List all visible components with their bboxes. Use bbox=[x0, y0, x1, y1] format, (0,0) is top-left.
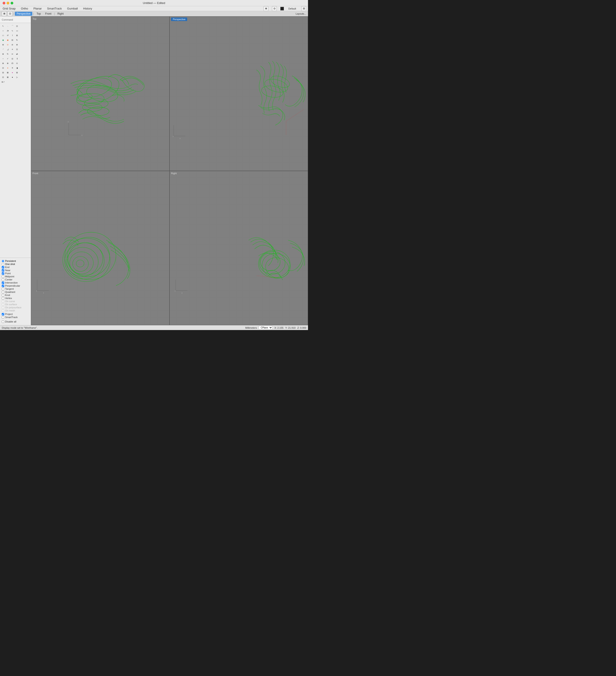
menu-smarttrack[interactable]: SmartTrack bbox=[46, 6, 63, 11]
snap-disable-all[interactable]: Disable all bbox=[2, 320, 29, 323]
zoom-in-button[interactable]: ⊕ bbox=[263, 6, 268, 11]
snap-midpoint-checkbox[interactable] bbox=[2, 275, 4, 278]
snap-end[interactable]: End bbox=[2, 266, 29, 269]
render-tool[interactable]: ⊙ bbox=[15, 61, 19, 65]
persistent-radio[interactable]: Persistent bbox=[2, 260, 29, 262]
curve-tool[interactable]: ⌒ bbox=[10, 24, 15, 28]
revolve-tool[interactable]: ↻ bbox=[15, 38, 19, 42]
snap-center[interactable]: Center bbox=[2, 278, 29, 281]
zoom-out-button[interactable]: ⊙ bbox=[272, 6, 277, 11]
snap-near-checkbox[interactable] bbox=[2, 269, 4, 272]
menu-ortho[interactable]: Ortho bbox=[20, 6, 29, 11]
color-wheel-tool[interactable]: ● bbox=[10, 70, 15, 75]
cplane-selector[interactable]: CPlane bbox=[259, 326, 272, 330]
snap-on-polysurface-checkbox[interactable] bbox=[2, 306, 4, 309]
rect-tool[interactable]: ▭ bbox=[15, 29, 19, 33]
magnify-tool[interactable]: ◎ bbox=[10, 56, 15, 61]
snap-tool[interactable]: ⊡ bbox=[1, 75, 5, 79]
rotate-tool[interactable]: ↻ bbox=[6, 52, 10, 56]
point-tool[interactable]: · bbox=[6, 24, 10, 28]
snap-vertex-checkbox[interactable] bbox=[2, 297, 4, 299]
snap-center-checkbox[interactable] bbox=[2, 278, 4, 281]
mirror-tool[interactable]: ⇄ bbox=[15, 52, 19, 56]
command-input[interactable]: Command bbox=[0, 16, 31, 23]
panel-toggle-button[interactable]: ⊟ bbox=[301, 6, 306, 11]
scale-tool[interactable]: ⇔ bbox=[10, 52, 15, 56]
snap-knot[interactable]: Knot bbox=[2, 294, 29, 296]
snap-quadrant-checkbox[interactable] bbox=[2, 291, 4, 293]
snap-tangent[interactable]: Tangent bbox=[2, 287, 29, 290]
menu-gumball[interactable]: Gumball bbox=[66, 6, 78, 11]
oneshot-radio[interactable]: One shot bbox=[2, 263, 29, 265]
tab-perspective[interactable]: Perspective bbox=[15, 12, 32, 16]
snap-on-polysurface[interactable]: On polysurface bbox=[2, 306, 29, 309]
tab-front[interactable]: Front bbox=[43, 12, 53, 16]
snap-on-curve[interactable]: On curve bbox=[2, 300, 29, 302]
viewport-front[interactable]: Front bbox=[31, 171, 170, 325]
boolean-diff-tool[interactable]: ⊖ bbox=[6, 43, 10, 47]
freeform-tool[interactable]: ∿ bbox=[10, 29, 15, 33]
offset-tool[interactable]: ≡ bbox=[10, 47, 15, 52]
viewport-perspective[interactable]: Perspective bbox=[170, 16, 308, 171]
snap-quadrant[interactable]: Quadrant bbox=[2, 291, 29, 293]
arrow-tool[interactable]: ▷ bbox=[15, 75, 19, 79]
blend-tool[interactable]: ⊞ bbox=[15, 33, 19, 38]
dim-tool[interactable]: ↔ bbox=[1, 56, 5, 61]
snap-on-mesh[interactable]: On mesh bbox=[2, 309, 29, 312]
surface-tool[interactable]: ■ bbox=[1, 38, 5, 42]
snap-on-surface-checkbox[interactable] bbox=[2, 303, 4, 306]
snap-end-checkbox[interactable] bbox=[2, 266, 4, 269]
arc-tool[interactable]: ◔ bbox=[6, 29, 10, 33]
material-tool[interactable]: ◑ bbox=[15, 66, 19, 70]
dot-tool[interactable]: ● bbox=[10, 75, 15, 79]
persistent-radio-input[interactable] bbox=[2, 260, 4, 262]
project-checkbox[interactable] bbox=[2, 313, 4, 316]
snap-project[interactable]: Project bbox=[2, 313, 29, 316]
target-tool[interactable]: ● bbox=[6, 66, 10, 70]
snap-smarttrack[interactable]: SmartTrack bbox=[2, 316, 29, 319]
nurbs-tool[interactable]: ⌇ bbox=[10, 33, 15, 38]
color-swatch[interactable] bbox=[280, 7, 284, 10]
zoom-tool[interactable]: ⊕ bbox=[1, 61, 5, 65]
coordinates-tool[interactable]: ⊞↗ bbox=[1, 80, 5, 84]
snap-on-surface[interactable]: On surface bbox=[2, 303, 29, 306]
tab-right[interactable]: Right bbox=[56, 12, 65, 16]
polyline-tool[interactable]: ⊡ bbox=[15, 24, 19, 28]
menu-grid-snap[interactable]: Grid Snap bbox=[2, 6, 17, 11]
snap-tangent-checkbox[interactable] bbox=[2, 288, 4, 290]
snap-perpendicular-checkbox[interactable] bbox=[2, 285, 4, 287]
select-tool[interactable]: ↖ bbox=[1, 24, 5, 28]
loft-tool[interactable]: ■ bbox=[6, 38, 10, 42]
snap-on-mesh-checkbox[interactable] bbox=[2, 309, 4, 312]
circle-tool[interactable]: ○ bbox=[1, 29, 5, 33]
move-tool[interactable]: ⊕ bbox=[1, 52, 5, 56]
disable-all-checkbox[interactable] bbox=[2, 321, 4, 323]
snap-perpendicular[interactable]: Perpendicular bbox=[2, 284, 29, 287]
bezier-tool[interactable]: ↺ bbox=[6, 33, 10, 38]
snap-intersection[interactable]: Intersection bbox=[2, 281, 29, 284]
camera-tool[interactable]: ⊡ bbox=[1, 66, 5, 70]
snap-near[interactable]: Near bbox=[2, 269, 29, 272]
chamfer-tool[interactable]: ◿ bbox=[6, 47, 10, 52]
viewport-layout-button[interactable]: ⊞ bbox=[2, 11, 7, 16]
lock-tool[interactable]: ⊠ bbox=[6, 70, 10, 75]
oneshot-radio-input[interactable] bbox=[2, 263, 4, 265]
smarttrack-checkbox[interactable] bbox=[2, 316, 4, 319]
viewport-top[interactable]: Top bbox=[31, 16, 170, 171]
snap-knot-checkbox[interactable] bbox=[2, 294, 4, 296]
layouts-button[interactable]: Layouts... bbox=[296, 12, 306, 15]
light-tool[interactable]: ☀ bbox=[10, 66, 15, 70]
snap-intersection-checkbox[interactable] bbox=[2, 282, 4, 284]
fullscreen-button[interactable] bbox=[11, 2, 13, 4]
info-tool[interactable]: ℹ bbox=[15, 56, 19, 61]
snap-point[interactable]: Point bbox=[2, 272, 29, 275]
join-tool[interactable]: ⊗ bbox=[15, 43, 19, 47]
menu-planar[interactable]: Planar bbox=[33, 6, 43, 11]
layer-tool[interactable]: ⊟ bbox=[1, 70, 5, 75]
snap-on-curve-checkbox[interactable] bbox=[2, 300, 4, 302]
cursor-tool[interactable]: ⊠ bbox=[6, 75, 10, 79]
tab-top[interactable]: Top bbox=[35, 12, 43, 16]
split-tool[interactable]: ⊘ bbox=[10, 43, 15, 47]
extrude-tool[interactable]: ⊟ bbox=[10, 38, 15, 42]
fillet-tool[interactable]: ◜ bbox=[1, 47, 5, 52]
